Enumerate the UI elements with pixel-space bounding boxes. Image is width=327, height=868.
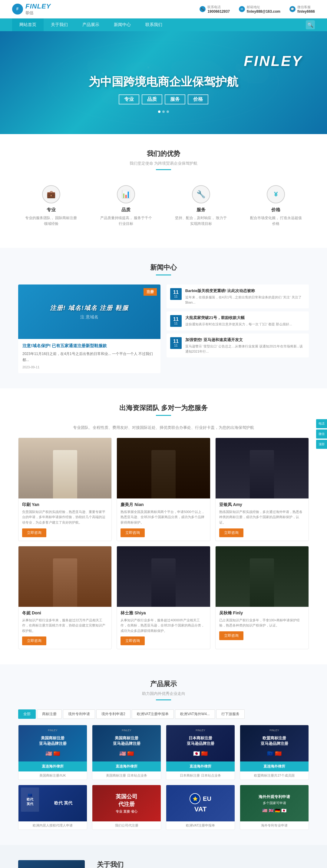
header-contacts: 📞 联系电话 19006612937 ✉ 邮箱地址 finley888@163.…	[200, 5, 315, 13]
tab-service[interactable]: 行下游服务	[216, 709, 245, 719]
product-img-0: FINLEY 美国商标注册亚马逊品牌注册 🇺🇸 🇨🇳	[19, 725, 87, 762]
search-icon: 🔍	[307, 22, 314, 28]
products-divider	[156, 700, 171, 700]
adv-desc-0: 专业的服务团队， 国际商标注册领域经验	[24, 215, 78, 227]
product-card-3: FINLEY 欧盟商标注册亚马逊品牌注册 🇪🇺 🇨🇳 直连海外律所 欧盟商标注册…	[240, 725, 309, 780]
banner-dots	[158, 111, 169, 113]
product-card2-0: 🇪🇺欧代英代 欧代 英代 欧洲内居人授权代理人申请	[18, 785, 87, 830]
product-btn-1[interactable]: 直连海外律所	[92, 762, 161, 771]
team-btn-2[interactable]: 立即咨询	[219, 528, 243, 537]
adv-icon-2: 🔧	[192, 185, 210, 204]
product-flags-2: 🇯🇵 🇨🇳	[184, 750, 217, 757]
news-item-1[interactable]: 11 11 大批卖家突破21号，鼓励收款大幅 这份通知表示有时在没有注意并使其实…	[167, 311, 309, 331]
dot-0[interactable]	[158, 111, 160, 113]
product-title-2: 日本商标注册亚马逊品牌注册	[184, 733, 217, 749]
product-caption-0: 美国商标注册/IUK	[19, 771, 87, 780]
nav-news[interactable]: 新闻中心	[107, 19, 138, 31]
tab-vat2[interactable]: 欧洲VAT海外W4...	[175, 709, 215, 719]
phone-label: 联系电话	[207, 5, 230, 9]
adv-desc-3: 配合市场变化频， 打造永远超值价格	[249, 215, 303, 227]
product-card-2: FINLEY 日本商标注册亚马逊品牌注册 🇯🇵 🇨🇳 直连海外律所 日本商标注册…	[166, 725, 235, 780]
team-bio-4: 从事知识产权行业多年，服务超过40000件产业相关工作，在商标，熟悉亚马逊，全球…	[120, 618, 206, 634]
news-content-2: 加强管控! 亚马逊和速卖通开发文 亚马逊警示 '变型出口' 公告总之…从整体行业…	[185, 337, 305, 354]
dot-1[interactable]	[162, 111, 165, 113]
team-info-5: 吴秋锋 Finly 已占美国知识产权行业多年，手拿100+商标申请保护经验，熟悉…	[215, 607, 308, 644]
news-day-1: 11	[173, 317, 179, 322]
product-flags-3: 🇪🇺 🇨🇳	[258, 750, 291, 757]
team-btn-5[interactable]: 立即咨询	[219, 631, 243, 640]
side-top-button[interactable]: 顶部	[316, 440, 327, 449]
news-date-1: 11 11	[170, 315, 182, 327]
team-photo-3	[19, 546, 112, 607]
team-photo-1	[117, 438, 210, 498]
nav-about[interactable]: 关于我们	[43, 19, 75, 31]
news-side: 11 11 Barbie版关税变更重磅! 比此次动态被称 近年来，在很多服装，在…	[167, 284, 309, 373]
about-content: 关于我们 深圳市达法知识产权信息咨询有限公司旗下是深圳市菲侣知识产权有限公司是一…	[97, 860, 309, 868]
product-img-1: FINLEY 美国商标注册亚马逊品牌注册 🇺🇸 🇨🇳	[92, 725, 161, 762]
side-buttons: 电话 微信 顶部	[316, 419, 327, 449]
tab-patent[interactable]: 境外专利申请	[63, 709, 95, 719]
product-btn-0[interactable]: 直连海外律所	[19, 762, 87, 771]
product-btn-3[interactable]: 直连海外律所	[240, 762, 308, 771]
wechat-contact: 💬 微信客服 finley6666	[290, 5, 315, 13]
news-item-title-1: 大批卖家突破21号，鼓励收款大幅	[185, 315, 305, 320]
product-flags-0: 🇺🇸 🇨🇳	[37, 750, 69, 757]
team-card-5: 吴秋锋 Finly 已占美国知识产权行业多年，手拿100+商标申请保护经验，熟悉…	[215, 546, 309, 650]
product-card2-img-1: 英国公司代注册 专业 直接 省心	[92, 785, 161, 822]
tab-vat1[interactable]: 欧洲VAT注册申报单	[132, 709, 174, 719]
product-caption-2: 日本商标注册 日本站点业务	[166, 771, 235, 780]
nav-home[interactable]: 网站首页	[12, 19, 43, 31]
product-caption-3: 欧盟商标注册共27个成员国	[240, 771, 308, 780]
hero-banner: FINLEY 为中国跨境电商企业保驾护航 专业 品质 服务 价格	[0, 31, 327, 134]
news-day-2: 11	[173, 339, 179, 344]
team-btn-3[interactable]: 立即咨询	[22, 637, 46, 645]
product-card2-img-0: 🇪🇺欧代英代 欧代 英代	[19, 785, 87, 822]
side-phone-button[interactable]: 电话	[316, 419, 327, 428]
banner-brand: FINLEY	[0, 53, 303, 69]
nav-products[interactable]: 产品展示	[75, 19, 107, 31]
product-card2-img-2: ⭐ EU VAT	[166, 785, 235, 822]
brand-name: FINLEY	[25, 2, 51, 10]
team-btn-4[interactable]: 立即咨询	[120, 637, 145, 645]
news-day-0: 11	[173, 290, 179, 295]
product-img-2: FINLEY 日本商标注册亚马逊品牌注册 🇯🇵 🇨🇳	[166, 725, 235, 762]
team-bio-3: 从事知识产权行业多年来，服务超过22万件产品相关工作，在商标注册方面精力丰富，协…	[22, 618, 108, 634]
logo[interactable]: F FINLEY 菲侣	[12, 2, 51, 16]
team-photo-5	[215, 546, 308, 607]
news-item-desc-2: 亚马逊警示 '变型出口' 公告总之…从整体行业发展 该通知2021年在市场将新.…	[185, 344, 305, 354]
news-item-0[interactable]: 11 11 Barbie版关税变更重磅! 比此次动态被称 近年来，在很多服装，在…	[167, 284, 309, 308]
news-content-0: Barbie版关税变更重磅! 比此次动态被称 近年来，在很多服装，在4月1号..…	[185, 288, 305, 305]
news-badge: 注册	[144, 288, 157, 296]
team-photo-2	[215, 438, 308, 498]
news-main[interactable]: 注册! 域名!域名 注册 鞋服 注 意域名 注册 注意!域名保护! 已有五家通道…	[18, 284, 160, 373]
team-btn-0[interactable]: 立即咨询	[22, 528, 46, 537]
product-img-3: FINLEY 欧盟商标注册亚马逊品牌注册 🇪🇺 🇨🇳	[240, 725, 308, 762]
product-btn-2[interactable]: 直连海外律所	[166, 762, 235, 771]
news-main-content: 注意!域名保护! 已有五家通道注册新型鞋服款 2023年11月16日之前，在4月…	[18, 339, 160, 373]
advantages-section: 我们的优势 我们坚定使命 为跨境贸易企业保驾护航 💼 专业 专业的服务团队， 国…	[0, 134, 327, 248]
nav-contact[interactable]: 联系我们	[138, 19, 170, 31]
search-button[interactable]: 🔍	[306, 20, 315, 29]
news-month-1: 11	[173, 322, 179, 325]
side-wechat-button[interactable]: 微信	[316, 430, 327, 438]
news-item-title-2: 加强管控! 亚马逊和速卖通开发文	[185, 337, 305, 343]
wechat-label: 微信客服	[297, 5, 315, 9]
about-section: 关于我们 深圳市达法知识产权信息咨询有限公司旗下是深圳市菲侣知识产权有限公司是一…	[0, 845, 327, 868]
team-btn-1[interactable]: 立即咨询	[120, 528, 145, 537]
adv-title-0: 专业	[24, 207, 78, 213]
tab-all[interactable]: 全部	[18, 709, 36, 719]
news-section: 新闻中心 注册! 域名!域名 注册 鞋服 注 意域名 注册 注意!域名保护! 已…	[0, 248, 327, 388]
adv-title-3: 价格	[249, 207, 303, 213]
product-caption2-0: 欧洲内居人授权代理人申请	[19, 822, 87, 830]
dot-2[interactable]	[167, 111, 169, 113]
team-info-3: 冬妮 Doni 从事知识产权行业多年来，服务超过22万件产品相关工作，在商标注册…	[19, 607, 112, 649]
team-grid: 印刷 Yan 负责国际知识产权的实战经验，熟悉亚马逊、重要专家平台的申请，多年商…	[18, 438, 309, 650]
tab-patent2[interactable]: 境外专利申请2	[96, 709, 130, 719]
tab-trademark[interactable]: 商标注册	[37, 709, 62, 719]
product-title-0: 美国商标注册亚马逊品牌注册	[37, 733, 69, 749]
team-card-1: 廉美月 Nian 熟练掌握全国及国家商标局两个平台，申请5000个以上，熟悉亚马…	[117, 438, 210, 541]
email-label: 邮箱地址	[247, 5, 280, 9]
team-bio-5: 已占美国知识产权行业多年，手拿100+商标申请保护经验，熟悉各种类的知识产权保护…	[219, 618, 305, 628]
news-item-2[interactable]: 11 11 加强管控! 亚马逊和速卖通开发文 亚马逊警示 '变型出口' 公告总之…	[167, 334, 309, 358]
news-grid: 注册! 域名!域名 注册 鞋服 注 意域名 注册 注意!域名保护! 已有五家通道…	[18, 284, 309, 373]
